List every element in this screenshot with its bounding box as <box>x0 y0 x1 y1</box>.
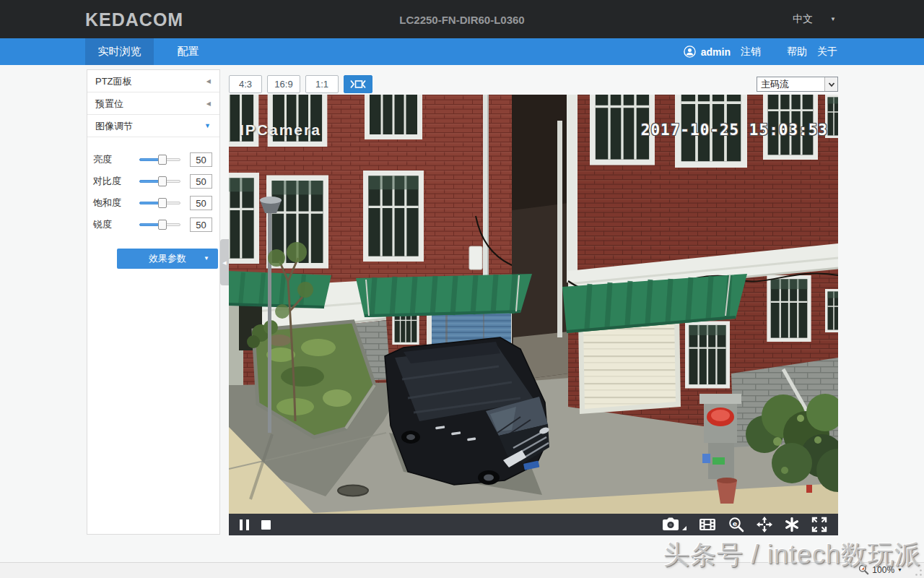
panel-ptz-label: PTZ面板 <box>95 76 132 87</box>
zoom-level-label: 100% <box>872 565 894 575</box>
camera-name-overlay: IPCamera <box>240 121 321 139</box>
alley <box>512 95 568 381</box>
chevron-left-icon: ◀ <box>206 92 211 115</box>
saturation-label: 饱和度 <box>93 197 129 210</box>
select-dropdown-button[interactable] <box>824 77 837 91</box>
fit-window-icon <box>349 79 367 90</box>
chevron-down-icon <box>828 82 835 87</box>
asterisk-icon <box>785 517 799 532</box>
user-icon <box>684 46 696 58</box>
aspect-1-1-button[interactable]: 1:1 <box>305 75 339 93</box>
contrast-slider[interactable] <box>139 180 180 183</box>
sharpness-value-input[interactable] <box>190 217 212 232</box>
video-control-bar: e <box>229 514 838 535</box>
pause-button[interactable] <box>240 519 249 530</box>
device-title: LC2250-FN-DIR60-L0360 <box>0 14 924 26</box>
sidebar-collapse-handle[interactable]: ◀ <box>220 239 229 285</box>
tab-configuration[interactable]: 配置 <box>154 38 222 65</box>
help-link[interactable]: 帮助 <box>787 46 807 59</box>
panel-image-adjust[interactable]: 图像调节 ▼ <box>87 115 219 137</box>
saturation-value-input[interactable] <box>190 196 212 210</box>
browser-zoom-widget[interactable]: 100% ▼ <box>858 564 902 575</box>
chevron-down-icon: ▼ <box>830 17 836 22</box>
language-selector[interactable]: 中文 ▼ <box>793 0 836 38</box>
film-icon <box>699 518 716 531</box>
fit-window-button[interactable] <box>344 75 372 93</box>
image-adjust-body: 亮度 对比度 饱和度 锐度 效果参数 ▼ <box>87 137 219 269</box>
ezoom-icon: e <box>728 517 744 532</box>
fullscreen-button[interactable] <box>811 517 827 532</box>
nav-bar: 实时浏览 配置 admin 注销 帮助 关于 <box>0 38 924 65</box>
snapshot-more-icon <box>682 526 687 530</box>
sidebar-panel: PTZ面板 ◀ 预置位 ◀ 图像调节 ▼ 亮度 对比度 饱和度 <box>87 69 220 535</box>
tool-controls: e <box>661 517 838 532</box>
slider-handle[interactable] <box>158 176 167 186</box>
ptz-move-icon <box>757 517 772 532</box>
brightness-row: 亮度 <box>93 149 212 171</box>
page: KEDACOM LC2250-FN-DIR60-L0360 中文 ▼ 实时浏览 … <box>0 0 924 578</box>
sharpness-label: 锐度 <box>93 218 129 231</box>
effect-params-button[interactable]: 效果参数 ▼ <box>117 249 218 269</box>
aspect-4-3-button[interactable]: 4:3 <box>229 75 262 93</box>
chevron-left-icon: ◀ <box>206 70 211 92</box>
effect-params-label: 效果参数 <box>149 253 186 264</box>
stop-icon <box>261 520 271 530</box>
video-canvas: IPCamera 2017-10-25 15:03:53 <box>229 95 838 514</box>
stream-select-value: 主码流 <box>757 78 824 91</box>
saturation-slider[interactable] <box>139 202 180 204</box>
contrast-row: 对比度 <box>93 171 212 192</box>
brightness-value-input[interactable] <box>190 152 212 167</box>
contrast-label: 对比度 <box>93 175 129 188</box>
panel-image-adjust-label: 图像调节 <box>95 121 133 131</box>
resize-grip-icon <box>913 567 923 577</box>
van <box>385 337 550 495</box>
stream-select[interactable]: 主码流 <box>757 77 838 92</box>
top-bar: KEDACOM LC2250-FN-DIR60-L0360 中文 ▼ <box>0 0 924 38</box>
slider-handle[interactable] <box>158 155 167 165</box>
player-toolbar: 4:3 16:9 1:1 主码流 <box>229 74 838 94</box>
chevron-down-icon: ▼ <box>897 567 902 572</box>
camera-icon <box>661 517 680 532</box>
params-button[interactable] <box>785 517 799 532</box>
slider-handle[interactable] <box>158 220 167 230</box>
slider-handle[interactable] <box>158 198 167 208</box>
aspect-16-9-button[interactable]: 16:9 <box>267 75 300 93</box>
tab-live-view[interactable]: 实时浏览 <box>85 38 154 65</box>
about-link[interactable]: 关于 <box>817 46 837 59</box>
record-button[interactable] <box>699 518 716 531</box>
snapshot-button[interactable] <box>661 517 687 532</box>
pause-icon <box>240 519 249 530</box>
timestamp-overlay: 2017-10-25 15:03:53 <box>641 121 828 139</box>
nav-right: admin 注销 帮助 关于 <box>684 38 837 65</box>
user-info: admin <box>684 46 731 58</box>
fullscreen-icon <box>811 517 827 532</box>
language-label: 中文 <box>793 13 813 26</box>
contrast-value-input[interactable] <box>190 174 212 189</box>
video-scene <box>229 95 838 514</box>
nav-tabs: 实时浏览 配置 <box>85 38 222 65</box>
ezoom-button[interactable]: e <box>728 517 744 532</box>
sharpness-slider[interactable] <box>139 223 180 226</box>
chevron-down-icon: ▼ <box>204 115 211 137</box>
panel-presets[interactable]: 预置位 ◀ <box>87 92 219 115</box>
panel-presets-label: 预置位 <box>95 98 123 109</box>
brightness-label: 亮度 <box>93 153 129 166</box>
sharpness-row: 锐度 <box>93 214 212 236</box>
zoom-magnifier-icon <box>858 564 869 575</box>
chevron-down-icon: ▼ <box>204 256 209 262</box>
playback-controls <box>229 519 271 530</box>
panel-ptz[interactable]: PTZ面板 ◀ <box>87 70 219 92</box>
chevron-left-icon: ◀ <box>222 260 226 265</box>
saturation-row: 饱和度 <box>93 192 212 214</box>
brightness-slider[interactable] <box>139 158 180 161</box>
ptz-button[interactable] <box>757 517 772 532</box>
svg-text:e: e <box>733 519 737 527</box>
logout-link[interactable]: 注销 <box>741 46 761 59</box>
stop-button[interactable] <box>261 520 271 530</box>
username: admin <box>701 46 731 58</box>
browser-status-bar: 100% ▼ <box>0 562 924 578</box>
